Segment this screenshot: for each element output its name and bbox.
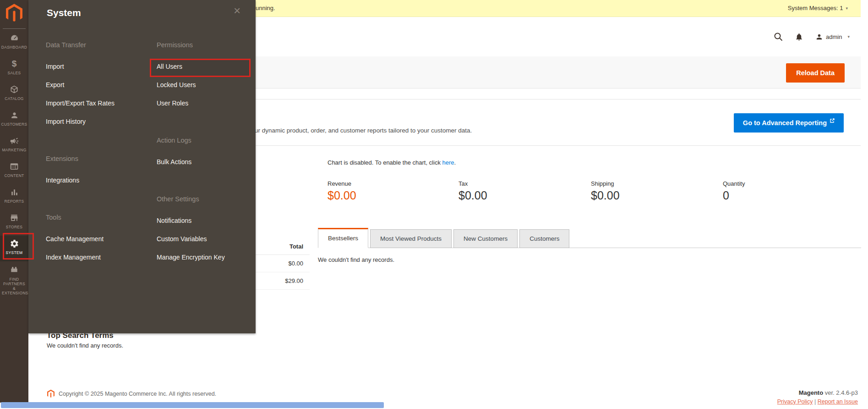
stat-label: Quantity xyxy=(723,180,745,187)
sidebar-item-label: CONTENT xyxy=(0,173,28,178)
sidebar-item-content[interactable]: CONTENT xyxy=(0,159,28,183)
menu-item-notifications[interactable]: Notifications xyxy=(157,217,191,224)
chart-disabled-note: Chart is disabled. To enable the chart, … xyxy=(328,159,456,166)
menu-section-other-settings: Other Settings xyxy=(157,195,199,203)
menu-item-import-export-tax-rates[interactable]: Import/Export Tax Rates xyxy=(46,99,115,107)
stat-shipping: Shipping $0.00 xyxy=(591,180,620,202)
menu-item-user-roles[interactable]: User Roles xyxy=(157,99,188,107)
sidebar-item-label: REPORTS xyxy=(0,199,28,204)
advanced-reporting-description: ur dynamic product, order, and customer … xyxy=(255,127,472,134)
menu-item-import[interactable]: Import xyxy=(46,63,64,70)
table-row[interactable]: $0.00 xyxy=(256,255,310,272)
close-icon[interactable]: × xyxy=(234,5,240,17)
bar-chart-icon xyxy=(0,187,28,198)
top-search-terms-section: Top Search Terms We couldn't find any re… xyxy=(47,331,123,349)
stat-tax: Tax $0.00 xyxy=(459,180,487,202)
catalog-box-icon xyxy=(0,84,28,95)
copyright-text: Copyright © 2025 Magento Commerce Inc. A… xyxy=(59,391,216,397)
orders-total-header: Total xyxy=(256,241,310,255)
menu-section-action-logs: Action Logs xyxy=(157,137,191,144)
dollar-sales-icon: $ xyxy=(0,58,28,69)
divider xyxy=(3,28,26,29)
sidebar-item-customers[interactable]: CUSTOMERS xyxy=(0,107,28,132)
sidebar-item-system[interactable]: SYSTEM xyxy=(0,236,28,261)
chart-disabled-period: . xyxy=(454,159,456,166)
orders-table: Total $0.00 $29.00 xyxy=(256,241,310,290)
menu-item-import-history[interactable]: Import History xyxy=(46,118,86,125)
menu-section-data-transfer: Data Transfer xyxy=(46,41,86,49)
stat-value: $0.00 xyxy=(459,189,487,202)
gear-icon xyxy=(0,238,28,249)
admin-header: admin ▾ xyxy=(774,28,850,45)
reload-data-button[interactable]: Reload Data xyxy=(786,63,845,83)
go-to-advanced-reporting-button[interactable]: Go to Advanced Reporting xyxy=(734,113,844,133)
menu-item-custom-variables[interactable]: Custom Variables xyxy=(157,235,207,243)
stat-label: Shipping xyxy=(591,180,620,187)
tab-bestsellers[interactable]: Bestsellers xyxy=(318,228,368,248)
menu-item-cache-management[interactable]: Cache Management xyxy=(46,235,104,243)
menu-section-extensions: Extensions xyxy=(46,155,78,162)
tab-customers[interactable]: Customers xyxy=(519,229,569,248)
menu-item-export[interactable]: Export xyxy=(46,81,64,88)
menu-item-integrations[interactable]: Integrations xyxy=(46,177,79,184)
sidebar-item-sales[interactable]: $ SALES xyxy=(0,56,28,81)
stat-label: Tax xyxy=(459,180,487,187)
system-messages-toggle[interactable]: System Messages: 1▾ xyxy=(788,5,848,11)
footer-right: Magento ver. 2.4.6-p3 Privacy Policy | R… xyxy=(777,389,858,405)
admin-account-menu[interactable]: admin ▾ xyxy=(815,33,850,41)
tab-new-customers[interactable]: New Customers xyxy=(453,229,518,248)
menu-section-permissions: Permissions xyxy=(157,41,193,49)
sidebar-item-catalog[interactable]: CATALOG xyxy=(0,82,28,106)
menu-item-all-users[interactable]: All Users xyxy=(157,63,182,70)
menu-section-tools: Tools xyxy=(46,214,61,221)
sidebar-item-label: MARKETING xyxy=(0,148,28,152)
stat-value: $0.00 xyxy=(328,189,356,202)
tabs-empty-message: We couldn't find any records. xyxy=(318,256,394,263)
menu-item-locked-users[interactable]: Locked Users xyxy=(157,81,196,88)
version-number: ver. 2.4.6-p3 xyxy=(823,389,858,396)
menu-item-manage-encryption-key[interactable]: Manage Encryption Key xyxy=(157,254,225,261)
stat-revenue: Revenue $0.00 xyxy=(328,180,356,202)
chevron-down-icon: ▾ xyxy=(847,34,850,39)
brand-name: Magento xyxy=(799,389,823,396)
sidebar-item-label: SYSTEM xyxy=(0,250,28,255)
sidebar-item-find-partners[interactable]: FIND PARTNERS & EXTENSIONS xyxy=(0,262,28,290)
version-line: Magento ver. 2.4.6-p3 xyxy=(777,389,858,396)
sidebar-item-stores[interactable]: STORES xyxy=(0,210,28,235)
person-icon xyxy=(0,110,28,121)
storefront-icon xyxy=(0,212,28,223)
tab-most-viewed-products[interactable]: Most Viewed Products xyxy=(370,229,452,248)
flyout-title: System xyxy=(47,7,81,18)
sidebar-item-label: FIND PARTNERS & EXTENSIONS xyxy=(0,277,28,295)
table-row[interactable]: $29.00 xyxy=(256,272,310,290)
advanced-reporting-button-label: Go to Advanced Reporting xyxy=(743,119,827,127)
sidebar-item-label: DASHBOARD xyxy=(0,45,28,50)
sidebar-item-label: SALES xyxy=(0,71,28,75)
enable-chart-link[interactable]: here xyxy=(442,159,454,166)
magento-logo[interactable] xyxy=(6,4,22,22)
footer-links: Privacy Policy | Report an Issue xyxy=(777,398,858,405)
stat-quantity: Quantity 0 xyxy=(723,180,745,202)
dashboard-tabs: Bestsellers Most Viewed Products New Cus… xyxy=(318,228,861,248)
sidebar-item-label: CATALOG xyxy=(0,96,28,101)
stat-label: Revenue xyxy=(328,180,356,187)
magento-logo-small xyxy=(47,389,55,398)
search-icon[interactable] xyxy=(774,32,783,41)
links-separator: | xyxy=(813,398,818,405)
menu-item-index-management[interactable]: Index Management xyxy=(46,254,101,261)
system-messages-label: System Messages: 1 xyxy=(788,5,843,11)
stat-value: $0.00 xyxy=(591,189,620,202)
horizontal-scrollbar-thumb[interactable] xyxy=(1,402,384,408)
sidebar-item-dashboard[interactable]: DASHBOARD xyxy=(0,30,28,55)
menu-item-bulk-actions[interactable]: Bulk Actions xyxy=(157,158,191,166)
admin-sidebar: DASHBOARD $ SALES CATALOG CUSTOMERS MARK… xyxy=(0,0,28,403)
sidebar-item-label: STORES xyxy=(0,225,28,229)
external-link-icon xyxy=(830,118,835,123)
privacy-policy-link[interactable]: Privacy Policy xyxy=(777,398,813,405)
report-issue-link[interactable]: Report an Issue xyxy=(818,398,858,405)
sidebar-item-reports[interactable]: REPORTS xyxy=(0,184,28,209)
notifications-bell-icon[interactable] xyxy=(795,33,803,41)
banner-message-fragment: unning. xyxy=(256,5,275,11)
system-flyout-menu: System × Data Transfer Import Export Imp… xyxy=(28,0,256,333)
sidebar-item-marketing[interactable]: MARKETING xyxy=(0,133,28,158)
